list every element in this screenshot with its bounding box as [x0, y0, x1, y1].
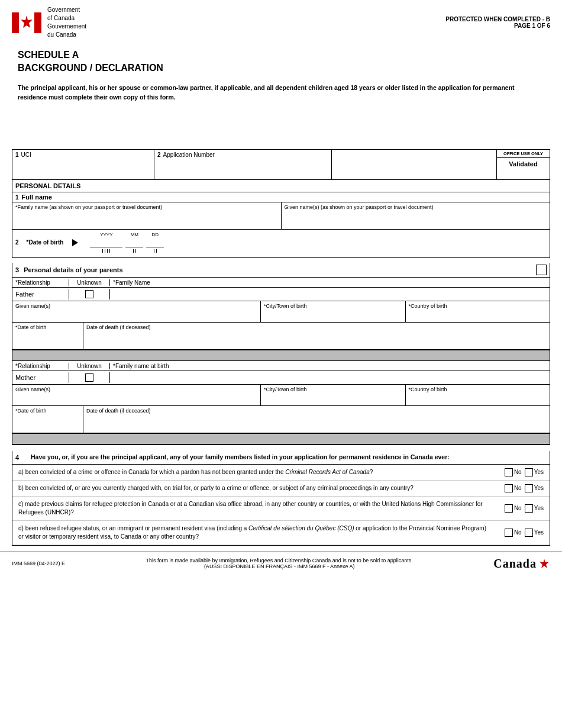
mother-dob-label: *Date of birth — [15, 408, 80, 414]
qb-yn-group: No Yes — [496, 484, 544, 492]
intro-text: The principal applicant, his or her spou… — [0, 80, 562, 102]
mother-family-name-label: *Family name at birth — [110, 363, 547, 369]
father-country-cell: *Country of birth — [406, 301, 550, 322]
uci-num: 1 — [15, 152, 19, 158]
mother-city-label: *City/Town of birth — [264, 386, 402, 392]
father-country-label: *Country of birth — [409, 303, 547, 309]
qc-yn-group: No Yes — [496, 504, 544, 513]
appnum-field: 2 Application Number — [154, 150, 332, 179]
parents-checkbox[interactable] — [536, 265, 547, 275]
mm-input[interactable] — [125, 238, 143, 247]
form-title: SCHEDULE A BACKGROUND / DECLARATION — [18, 49, 544, 75]
dob-dd: DD — [146, 232, 164, 253]
father-checkbox[interactable] — [85, 290, 93, 298]
fullname-label: Full name — [22, 194, 52, 201]
qc-no-option: No — [505, 504, 522, 513]
dob-row: 2 *Date of birth YYYY MM — [15, 232, 547, 253]
qa-no-checkbox[interactable] — [505, 468, 513, 476]
father-city-label: *City/Town of birth — [264, 303, 402, 309]
section4-title: Have you, or, if you are the principal a… — [31, 453, 450, 462]
qb-yes-option: Yes — [525, 484, 544, 492]
footer: IMM 5669 (04-2022) E This form is made a… — [0, 552, 562, 575]
mother-row: *Relationship Unknown *Family name at bi… — [12, 361, 550, 434]
father-rel-label: *Relationship — [15, 279, 69, 286]
dob-section: 2 *Date of birth YYYY MM — [12, 230, 550, 258]
dob-yyyy: YYYY — [90, 232, 122, 253]
title-section: SCHEDULE A BACKGROUND / DECLARATION — [0, 43, 562, 80]
validated-value: Validated — [497, 158, 550, 170]
mother-given-label: Given name(s) — [15, 386, 257, 392]
mother-rel-label: *Relationship — [15, 363, 69, 369]
qd-yes-option: Yes — [525, 529, 544, 537]
mm-label: MM — [131, 232, 138, 237]
header-right: PROTECTED WHEN COMPLETED - B PAGE 1 OF 6 — [445, 16, 550, 29]
qa-yes-checkbox[interactable] — [525, 468, 533, 476]
parents-section: 3 Personal details of your parents *Rela… — [12, 263, 550, 445]
qa-text-italic: Criminal Records Act of Canada — [285, 469, 369, 475]
mother-death-cell: Date of death (if deceased) — [83, 406, 550, 433]
appnum-label: Application Number — [163, 152, 215, 158]
qd-no-checkbox[interactable] — [505, 529, 513, 537]
mother-type-row: Mother — [12, 371, 550, 385]
question-d-row: d) been refused refugee status, or an im… — [12, 521, 550, 545]
yyyy-input[interactable] — [90, 238, 122, 247]
father-dob-death-row: *Date of birth Date of death (if decease… — [12, 323, 550, 350]
mother-dob-death-row: *Date of birth Date of death (if decease… — [12, 406, 550, 433]
mother-unknown: Unknown — [69, 363, 110, 369]
qa-text-before: a) been convicted of a crime or offence … — [18, 469, 285, 475]
footer-form-num: IMM 5669 (04-2022) E — [12, 561, 65, 566]
section4-header: 4 Have you, or, if you are the principal… — [12, 451, 550, 465]
parents-num: 3 — [15, 266, 19, 273]
qb-no-checkbox[interactable] — [505, 484, 513, 492]
fullname-num: 1 — [15, 194, 19, 201]
dd-input[interactable] — [146, 238, 164, 247]
uci-input[interactable] — [12, 158, 154, 179]
qd-yes-label: Yes — [534, 529, 544, 536]
father-death-cell: Date of death (if deceased) — [83, 323, 550, 349]
canada-wordmark-icon — [538, 558, 550, 569]
canada-wordmark: Canada — [493, 557, 550, 571]
qb-no-label: No — [514, 485, 522, 491]
mother-type: Mother — [15, 374, 69, 381]
father-city-cell: *City/Town of birth — [261, 301, 406, 322]
family-name-field[interactable]: *Family name (as shown on your passport … — [12, 202, 282, 229]
given-name-sublabel: Given name(s) (as shown on your passport… — [285, 204, 547, 210]
office-use-box: OFFICE USE ONLY Validated — [496, 150, 550, 179]
protected-label: PROTECTED WHEN COMPLETED - B — [445, 16, 550, 22]
family-name-sublabel: *Family name (as shown on your passport … — [15, 204, 278, 210]
uci-field: 1 UCI — [12, 150, 154, 179]
father-family-name-label: *Family Name — [110, 279, 547, 286]
mother-checkbox[interactable] — [85, 373, 93, 382]
mother-rel-row: *Relationship Unknown *Family name at bi… — [12, 361, 550, 371]
appnum-label-row: 2 Application Number — [154, 150, 331, 158]
appnum-input[interactable] — [154, 158, 331, 179]
question-d-text: d) been refused refugee status, or an im… — [18, 524, 490, 541]
fullname-section: 1 Full name *Family name (as shown on yo… — [12, 192, 550, 230]
qb-yes-label: Yes — [534, 485, 544, 491]
gov-fr: Gouvernement du Canada — [47, 22, 86, 39]
yyyy-ticks — [102, 249, 110, 253]
qa-yn-group: No Yes — [496, 468, 544, 476]
parents-header: 3 Personal details of your parents — [12, 263, 550, 278]
qa-text-after: ? — [370, 469, 373, 475]
father-death-label: Date of death (if deceased) — [86, 324, 547, 330]
dob-label: *Date of birth — [27, 239, 64, 246]
uci-label-row: 1 UCI — [12, 150, 154, 158]
mother-death-label: Date of death (if deceased) — [86, 408, 547, 414]
section4-num: 4 — [15, 454, 26, 461]
appnum-num: 2 — [157, 152, 161, 158]
qb-yes-checkbox[interactable] — [525, 484, 533, 492]
given-name-field[interactable]: Given name(s) (as shown on your passport… — [282, 202, 550, 229]
dob-num: 2 — [15, 239, 19, 246]
qc-no-checkbox[interactable] — [505, 504, 513, 513]
fullname-label-row: 1 Full name — [12, 192, 550, 202]
qa-yes-label: Yes — [534, 469, 544, 475]
father-checkbox-cell — [69, 289, 110, 299]
qc-yes-option: Yes — [525, 504, 544, 513]
section4: 4 Have you, or, if you are the principal… — [12, 451, 550, 546]
qc-yes-checkbox[interactable] — [525, 504, 533, 513]
yyyy-label: YYYY — [100, 232, 112, 237]
qd-yes-checkbox[interactable] — [525, 529, 533, 537]
question-c-text: c) made previous claims for refugee prot… — [18, 500, 490, 517]
father-type-row: Father — [12, 288, 550, 301]
